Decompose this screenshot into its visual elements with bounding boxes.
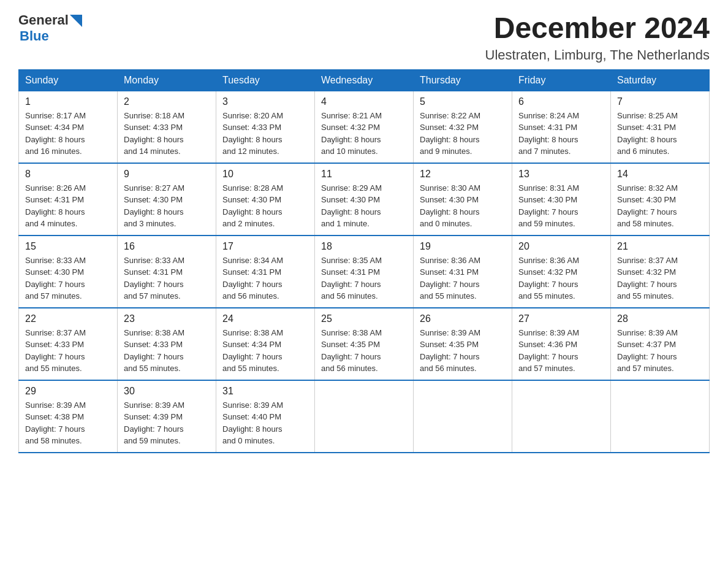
day-number: 31 (222, 386, 308, 397)
calendar-day-cell: 15Sunrise: 8:33 AMSunset: 4:30 PMDayligh… (19, 236, 118, 308)
day-info: Sunrise: 8:38 AMSunset: 4:35 PMDaylight:… (321, 327, 407, 375)
calendar-day-cell: 6Sunrise: 8:24 AMSunset: 4:31 PMDaylight… (512, 91, 611, 163)
weekday-header-sunday: Sunday (19, 69, 118, 91)
day-info: Sunrise: 8:22 AMSunset: 4:32 PMDaylight:… (420, 110, 506, 158)
day-number: 14 (617, 169, 703, 180)
logo: General Blue (18, 12, 82, 44)
calendar-day-cell: 8Sunrise: 8:26 AMSunset: 4:31 PMDaylight… (19, 163, 118, 236)
day-number: 13 (518, 169, 604, 180)
day-info: Sunrise: 8:34 AMSunset: 4:31 PMDaylight:… (222, 255, 308, 302)
day-number: 26 (420, 313, 506, 324)
day-number: 3 (222, 96, 308, 107)
weekday-header-wednesday: Wednesday (315, 69, 414, 91)
calendar-day-cell: 1Sunrise: 8:17 AMSunset: 4:34 PMDaylight… (19, 91, 118, 163)
calendar-empty-cell (414, 380, 512, 453)
day-info: Sunrise: 8:26 AMSunset: 4:31 PMDaylight:… (25, 182, 111, 230)
weekday-header-tuesday: Tuesday (216, 69, 315, 91)
day-info: Sunrise: 8:36 AMSunset: 4:32 PMDaylight:… (518, 255, 604, 302)
calendar-day-cell: 30Sunrise: 8:39 AMSunset: 4:39 PMDayligh… (118, 380, 216, 453)
calendar-empty-cell (611, 380, 710, 453)
day-info: Sunrise: 8:18 AMSunset: 4:33 PMDaylight:… (124, 110, 210, 158)
logo-general-text: General (18, 12, 69, 28)
day-info: Sunrise: 8:39 AMSunset: 4:37 PMDaylight:… (617, 327, 703, 375)
logo-blue-text: Blue (20, 28, 49, 44)
title-block: December 2024 Ulestraten, Limburg, The N… (485, 12, 710, 63)
day-number: 23 (124, 313, 210, 324)
calendar-day-cell: 17Sunrise: 8:34 AMSunset: 4:31 PMDayligh… (216, 236, 315, 308)
day-number: 12 (420, 169, 506, 180)
day-info: Sunrise: 8:28 AMSunset: 4:30 PMDaylight:… (222, 182, 308, 230)
day-number: 22 (25, 313, 111, 324)
day-number: 30 (124, 386, 210, 397)
day-info: Sunrise: 8:37 AMSunset: 4:32 PMDaylight:… (617, 255, 703, 302)
day-info: Sunrise: 8:25 AMSunset: 4:31 PMDaylight:… (617, 110, 703, 158)
calendar-day-cell: 9Sunrise: 8:27 AMSunset: 4:30 PMDaylight… (118, 163, 216, 236)
day-info: Sunrise: 8:30 AMSunset: 4:30 PMDaylight:… (420, 182, 506, 230)
weekday-header-friday: Friday (512, 69, 611, 91)
calendar-day-cell: 12Sunrise: 8:30 AMSunset: 4:30 PMDayligh… (414, 163, 512, 236)
calendar-day-cell: 29Sunrise: 8:39 AMSunset: 4:38 PMDayligh… (19, 380, 118, 453)
day-number: 10 (222, 169, 308, 180)
day-info: Sunrise: 8:39 AMSunset: 4:39 PMDaylight:… (124, 399, 210, 447)
day-info: Sunrise: 8:37 AMSunset: 4:33 PMDaylight:… (25, 327, 111, 375)
day-number: 27 (518, 313, 604, 324)
day-info: Sunrise: 8:29 AMSunset: 4:30 PMDaylight:… (321, 182, 407, 230)
day-info: Sunrise: 8:32 AMSunset: 4:30 PMDaylight:… (617, 182, 703, 230)
day-number: 29 (25, 386, 111, 397)
day-number: 21 (617, 241, 703, 252)
day-number: 8 (25, 169, 111, 180)
calendar-week-row: 8Sunrise: 8:26 AMSunset: 4:31 PMDaylight… (19, 163, 710, 236)
day-number: 1 (25, 96, 111, 107)
day-info: Sunrise: 8:27 AMSunset: 4:30 PMDaylight:… (124, 182, 210, 230)
day-info: Sunrise: 8:21 AMSunset: 4:32 PMDaylight:… (321, 110, 407, 158)
day-info: Sunrise: 8:33 AMSunset: 4:31 PMDaylight:… (124, 255, 210, 302)
day-number: 6 (518, 96, 604, 107)
day-number: 5 (420, 96, 506, 107)
calendar-week-row: 15Sunrise: 8:33 AMSunset: 4:30 PMDayligh… (19, 236, 710, 308)
day-info: Sunrise: 8:20 AMSunset: 4:33 PMDaylight:… (222, 110, 308, 158)
calendar-day-cell: 16Sunrise: 8:33 AMSunset: 4:31 PMDayligh… (118, 236, 216, 308)
calendar-day-cell: 10Sunrise: 8:28 AMSunset: 4:30 PMDayligh… (216, 163, 315, 236)
day-number: 15 (25, 241, 111, 252)
calendar-day-cell: 23Sunrise: 8:38 AMSunset: 4:33 PMDayligh… (118, 308, 216, 380)
calendar-header-row: SundayMondayTuesdayWednesdayThursdayFrid… (19, 69, 710, 91)
day-info: Sunrise: 8:38 AMSunset: 4:34 PMDaylight:… (222, 327, 308, 375)
day-info: Sunrise: 8:31 AMSunset: 4:30 PMDaylight:… (518, 182, 604, 230)
weekday-header-saturday: Saturday (611, 69, 710, 91)
svg-marker-0 (70, 15, 82, 27)
day-info: Sunrise: 8:39 AMSunset: 4:36 PMDaylight:… (518, 327, 604, 375)
day-number: 7 (617, 96, 703, 107)
day-info: Sunrise: 8:39 AMSunset: 4:38 PMDaylight:… (25, 399, 111, 447)
day-number: 28 (617, 313, 703, 324)
calendar-day-cell: 28Sunrise: 8:39 AMSunset: 4:37 PMDayligh… (611, 308, 710, 380)
calendar-day-cell: 5Sunrise: 8:22 AMSunset: 4:32 PMDaylight… (414, 91, 512, 163)
calendar-empty-cell (512, 380, 611, 453)
weekday-header-monday: Monday (118, 69, 216, 91)
calendar-day-cell: 7Sunrise: 8:25 AMSunset: 4:31 PMDaylight… (611, 91, 710, 163)
day-number: 9 (124, 169, 210, 180)
calendar-week-row: 29Sunrise: 8:39 AMSunset: 4:38 PMDayligh… (19, 380, 710, 453)
calendar-day-cell: 26Sunrise: 8:39 AMSunset: 4:35 PMDayligh… (414, 308, 512, 380)
day-number: 19 (420, 241, 506, 252)
calendar-day-cell: 11Sunrise: 8:29 AMSunset: 4:30 PMDayligh… (315, 163, 414, 236)
day-number: 25 (321, 313, 407, 324)
day-number: 2 (124, 96, 210, 107)
calendar-week-row: 1Sunrise: 8:17 AMSunset: 4:34 PMDaylight… (19, 91, 710, 163)
calendar-day-cell: 21Sunrise: 8:37 AMSunset: 4:32 PMDayligh… (611, 236, 710, 308)
calendar-day-cell: 3Sunrise: 8:20 AMSunset: 4:33 PMDaylight… (216, 91, 315, 163)
month-title: December 2024 (485, 12, 710, 45)
calendar-day-cell: 24Sunrise: 8:38 AMSunset: 4:34 PMDayligh… (216, 308, 315, 380)
calendar-day-cell: 27Sunrise: 8:39 AMSunset: 4:36 PMDayligh… (512, 308, 611, 380)
calendar-day-cell: 20Sunrise: 8:36 AMSunset: 4:32 PMDayligh… (512, 236, 611, 308)
day-number: 4 (321, 96, 407, 107)
calendar-day-cell: 14Sunrise: 8:32 AMSunset: 4:30 PMDayligh… (611, 163, 710, 236)
day-info: Sunrise: 8:36 AMSunset: 4:31 PMDaylight:… (420, 255, 506, 302)
day-number: 20 (518, 241, 604, 252)
logo-triangle-icon (70, 15, 82, 27)
calendar-day-cell: 22Sunrise: 8:37 AMSunset: 4:33 PMDayligh… (19, 308, 118, 380)
day-number: 11 (321, 169, 407, 180)
calendar-day-cell: 25Sunrise: 8:38 AMSunset: 4:35 PMDayligh… (315, 308, 414, 380)
weekday-header-thursday: Thursday (414, 69, 512, 91)
day-number: 17 (222, 241, 308, 252)
calendar-empty-cell (315, 380, 414, 453)
